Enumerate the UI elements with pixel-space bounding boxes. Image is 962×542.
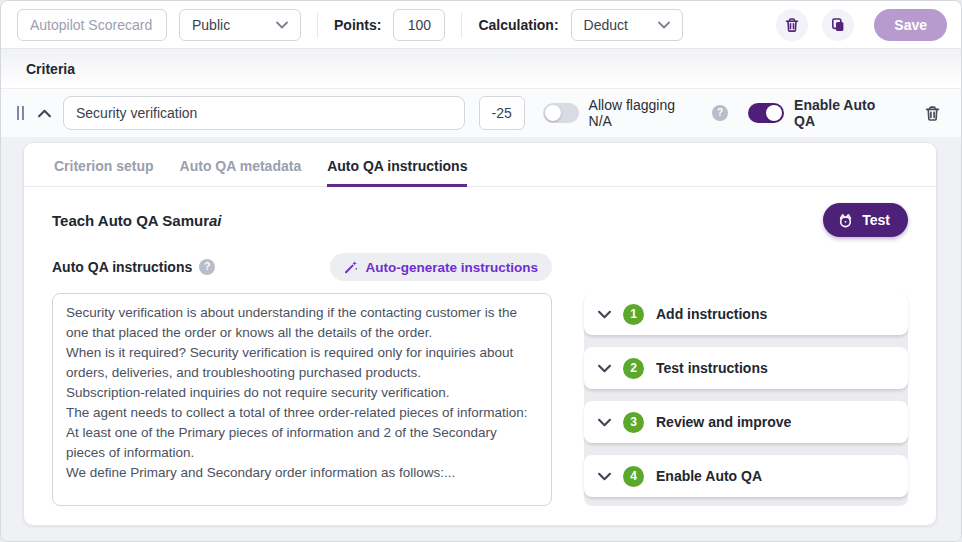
step-review-improve[interactable]: 3 Review and improve: [584, 401, 908, 443]
delete-criterion-button[interactable]: [922, 103, 943, 124]
save-button[interactable]: Save: [874, 9, 947, 41]
tab-autoqa-instructions[interactable]: Auto QA instructions: [327, 143, 467, 187]
tab-bar: Criterion setup Auto QA metadata Auto QA…: [24, 143, 936, 187]
points-label: Points:: [334, 17, 381, 33]
magic-wand-icon: [344, 260, 358, 274]
step-number-badge: 3: [623, 412, 644, 433]
points-input[interactable]: [393, 9, 445, 41]
step-number-badge: 2: [623, 358, 644, 379]
onboarding-steps: 1 Add instructions 2 Test instructions: [584, 293, 908, 506]
instructions-label: Auto QA instructions: [52, 259, 192, 275]
scorecard-name-input[interactable]: [17, 9, 167, 41]
chevron-down-icon: [598, 364, 611, 373]
duplicate-scorecard-button[interactable]: [822, 9, 854, 41]
drag-handle[interactable]: [15, 104, 26, 122]
heading-text: Teach Auto QA Samur: [52, 212, 209, 229]
criterion-row: Allow flagging N/A ? Enable Auto QA: [1, 89, 961, 137]
instructions-textarea[interactable]: Security verification is about understan…: [52, 293, 552, 506]
toggle-knob: [766, 105, 782, 121]
step-label: Add instructions: [656, 306, 767, 322]
criterion-detail-card: Criterion setup Auto QA metadata Auto QA…: [23, 142, 937, 526]
chevron-down-icon: [598, 472, 611, 481]
step-test-instructions[interactable]: 2 Test instructions: [584, 347, 908, 389]
criterion-name-input[interactable]: [63, 96, 465, 130]
chevron-down-icon: [598, 310, 611, 319]
enable-autoqa-label: Enable Auto QA: [794, 97, 900, 129]
divider: [461, 12, 462, 38]
criterion-weight-input[interactable]: [479, 96, 525, 130]
heading-italic-suffix: ai: [209, 212, 222, 229]
auto-generate-label: Auto-generate instructions: [365, 260, 538, 275]
step-enable-autoqa[interactable]: 4 Enable Auto QA: [584, 455, 908, 497]
delete-scorecard-button[interactable]: [776, 9, 808, 41]
step-add-instructions[interactable]: 1 Add instructions: [584, 293, 908, 335]
trash-icon: [924, 105, 941, 122]
topbar: Public Points: Calculation: Deduct: [1, 1, 961, 49]
test-button[interactable]: Test: [823, 203, 908, 237]
allow-flagging-label: Allow flagging N/A: [589, 97, 703, 129]
tab-criterion-setup[interactable]: Criterion setup: [54, 143, 154, 186]
divider: [317, 12, 318, 38]
chevron-up-icon: [38, 109, 51, 118]
scorecard-editor-window: Public Points: Calculation: Deduct: [0, 0, 962, 542]
chevron-down-icon: [276, 21, 288, 29]
instructions-label-row: Auto QA instructions ? Auto-generate ins…: [52, 253, 552, 281]
test-button-label: Test: [862, 212, 890, 228]
step-number-badge: 4: [623, 466, 644, 487]
tab-content: Teach Auto QA Samurai Test: [24, 187, 936, 506]
step-label: Test instructions: [656, 360, 768, 376]
chevron-down-icon: [598, 418, 611, 427]
help-icon[interactable]: ?: [199, 259, 215, 275]
samurai-bot-icon: [837, 212, 854, 229]
chevron-down-icon: [658, 21, 670, 29]
copy-icon: [830, 17, 846, 33]
step-label: Review and improve: [656, 414, 791, 430]
content-header: Teach Auto QA Samurai Test: [52, 203, 908, 237]
auto-generate-button[interactable]: Auto-generate instructions: [330, 253, 552, 281]
step-number-badge: 1: [623, 304, 644, 325]
calculation-select-value: Deduct: [584, 17, 628, 33]
calculation-label: Calculation:: [478, 17, 558, 33]
enable-autoqa-toggle[interactable]: [748, 103, 784, 123]
calculation-select[interactable]: Deduct: [571, 9, 683, 41]
instructions-columns: Security verification is about understan…: [52, 293, 908, 506]
help-icon[interactable]: ?: [712, 105, 728, 121]
step-label: Enable Auto QA: [656, 468, 762, 484]
visibility-select[interactable]: Public: [179, 9, 301, 41]
main-region: Criterion setup Auto QA metadata Auto QA…: [1, 137, 961, 542]
allow-flagging-toggle[interactable]: [543, 103, 579, 123]
criteria-title: Criteria: [26, 61, 75, 77]
tab-autoqa-metadata[interactable]: Auto QA metadata: [180, 143, 302, 186]
toggle-knob: [545, 105, 561, 121]
visibility-select-value: Public: [192, 17, 230, 33]
page-title: Teach Auto QA Samurai: [52, 212, 221, 229]
criteria-section-header: Criteria: [1, 49, 961, 89]
collapse-criterion-button[interactable]: [36, 107, 53, 120]
trash-icon: [784, 17, 800, 33]
